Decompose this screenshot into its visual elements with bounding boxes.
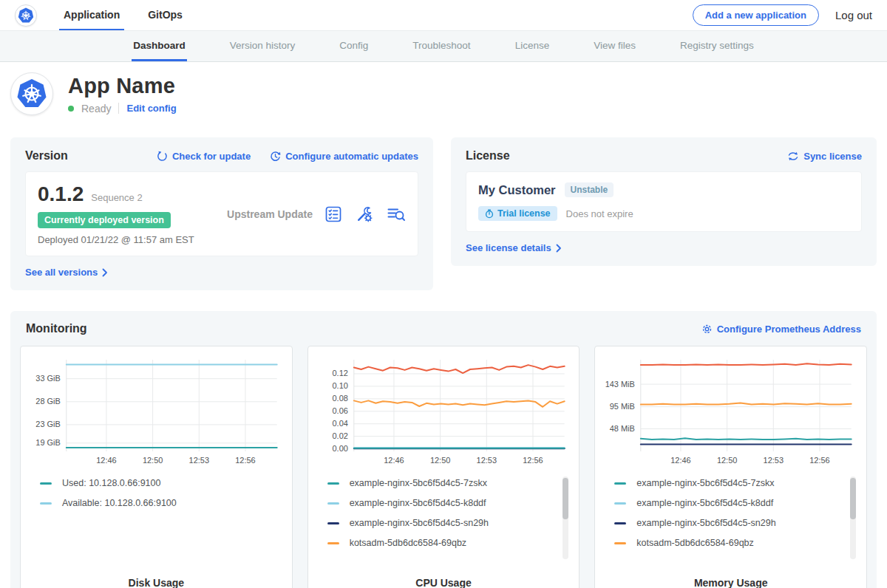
subnav-view-files[interactable]: View files (592, 31, 637, 61)
legend-scrollbar-thumb[interactable] (563, 478, 568, 519)
svg-text:28 GiB: 28 GiB (35, 397, 60, 406)
app-header: App Name Ready Edit config (0, 62, 887, 131)
customer-name: My Customer (478, 183, 556, 197)
view-logs-icon[interactable] (387, 205, 406, 223)
legend-scrollbar[interactable] (563, 476, 568, 559)
config-wrench-icon[interactable] (356, 205, 373, 223)
subnav-troubleshoot[interactable]: Troubleshoot (411, 31, 472, 61)
see-license-details-label: See license details (466, 242, 551, 253)
legend-label: Used: 10.128.0.66:9100 (62, 478, 160, 488)
svg-text:0.00: 0.00 (332, 444, 347, 453)
legend-label: example-nginx-5bc6f5d4c5-7zskx (350, 478, 487, 488)
version-card-title: Version (25, 149, 68, 163)
kubernetes-logo-icon (15, 4, 37, 27)
legend-scrollbar[interactable] (850, 476, 856, 559)
current-version-card: 0.1.2 Sequence 2 Currently deployed vers… (25, 171, 418, 256)
license-card: License Sync license My Cust (451, 137, 877, 266)
brand-logo (15, 0, 37, 30)
legend-swatch-icon (614, 542, 626, 544)
tab-application-label: Application (64, 9, 120, 21)
disk-usage-chart: 19 GiB23 GiB28 GiB33 GiB12:4612:5012:531… (30, 355, 283, 468)
legend-item: example-nginx-5bc6f5d4c5-7zskx (614, 478, 844, 488)
svg-text:23 GiB: 23 GiB (35, 420, 60, 428)
svg-text:12:46: 12:46 (96, 456, 116, 465)
legend-item: example-nginx-5bc6f5d4c5-k8ddf (614, 498, 844, 508)
subnav-config[interactable]: Config (338, 31, 370, 61)
svg-text:0.04: 0.04 (332, 419, 347, 428)
ready-status-dot-icon (68, 106, 74, 112)
sequence-label: Sequence 2 (91, 192, 142, 203)
subnav-license[interactable]: License (514, 31, 551, 61)
legend-label: example-nginx-5bc6f5d4c5-sn29h (636, 518, 775, 528)
check-for-update-label: Check for update (172, 151, 251, 162)
memory-usage-chart: 48 MiB95 MiB143 MiB12:4612:5012:5312:56 (604, 355, 857, 468)
svg-text:33 GiB: 33 GiB (35, 374, 60, 383)
add-application-button[interactable]: Add a new application (693, 4, 819, 26)
svg-text:12:53: 12:53 (476, 456, 496, 465)
legend-item: Used: 10.128.0.66:9100 (40, 478, 270, 488)
svg-text:12:56: 12:56 (523, 456, 543, 465)
preflight-checklist-icon[interactable] (324, 205, 342, 223)
trial-license-label: Trial license (497, 208, 551, 219)
legend-item: example-nginx-5bc6f5d4c5-sn29h (327, 518, 557, 528)
subnav-dashboard[interactable]: Dashboard (132, 31, 187, 61)
cpu-usage-title: CPU Usage (317, 577, 571, 588)
disk-usage-chart-card: 19 GiB23 GiB28 GiB33 GiB12:4612:5012:531… (20, 346, 293, 588)
currently-deployed-badge: Currently deployed version (38, 212, 171, 228)
monitoring-title: Monitoring (26, 322, 87, 335)
disk-usage-legend: Used: 10.128.0.66:9100Available: 10.128.… (30, 474, 283, 572)
charts-row: 19 GiB23 GiB28 GiB33 GiB12:4612:5012:531… (20, 346, 867, 588)
disk-usage-title: Disk Usage (30, 577, 283, 588)
legend-item: example-nginx-5bc6f5d4c5-7zskx (327, 478, 557, 488)
see-license-details-link[interactable]: See license details (466, 242, 562, 253)
legend-label: example-nginx-5bc6f5d4c5-k8ddf (350, 498, 486, 508)
subnav-version-history[interactable]: Version history (228, 31, 297, 61)
expiry-text: Does not expire (566, 208, 633, 219)
svg-text:0.12: 0.12 (332, 369, 347, 377)
svg-text:12:46: 12:46 (384, 456, 404, 465)
upstream-update-label: Upstream Update (215, 208, 324, 220)
memory-usage-legend: example-nginx-5bc6f5d4c5-7zskxexample-ng… (604, 474, 857, 572)
configure-automatic-updates-link[interactable]: Configure automatic updates (270, 151, 418, 162)
legend-label: example-nginx-5bc6f5d4c5-k8ddf (636, 498, 773, 508)
sync-license-label: Sync license (803, 151, 862, 162)
legend-scrollbar-thumb[interactable] (850, 478, 856, 519)
svg-text:12:53: 12:53 (764, 456, 784, 465)
gear-icon (701, 324, 713, 335)
check-for-update-link[interactable]: Check for update (157, 151, 251, 162)
svg-text:48 MiB: 48 MiB (610, 424, 635, 433)
subnav-view-files-label: View files (594, 40, 636, 51)
edit-config-link[interactable]: Edit config (126, 103, 176, 114)
see-all-versions-link[interactable]: See all versions (25, 267, 108, 278)
configure-prometheus-label: Configure Prometheus Address (717, 324, 861, 335)
subnav-registry-settings[interactable]: Registry settings (679, 31, 755, 61)
cards-row: Version Check for update (0, 131, 887, 290)
see-all-versions-label: See all versions (25, 267, 98, 278)
logout-button[interactable]: Log out (835, 9, 872, 21)
configure-prometheus-link[interactable]: Configure Prometheus Address (701, 324, 861, 335)
trial-license-badge: Trial license (478, 206, 557, 221)
configure-automatic-updates-label: Configure automatic updates (285, 151, 418, 162)
subnav-license-label: License (515, 40, 550, 51)
kots-admin-console: Application GitOps Add a new application… (0, 0, 887, 588)
cpu-usage-chart-card: 0.000.020.040.060.080.100.1212:4612:5012… (307, 346, 580, 588)
memory-usage-chart-card: 48 MiB95 MiB143 MiB12:4612:5012:5312:56 … (594, 346, 867, 588)
license-card-title: License (466, 149, 510, 163)
tab-gitops[interactable]: GitOps (143, 0, 187, 30)
legend-swatch-icon (327, 522, 339, 524)
cpu-usage-legend: example-nginx-5bc6f5d4c5-7zskxexample-ng… (317, 474, 571, 572)
legend-label: Available: 10.128.0.66:9100 (62, 498, 177, 508)
legend-swatch-icon (614, 522, 626, 524)
sync-license-link[interactable]: Sync license (787, 151, 862, 162)
legend-swatch-icon (40, 502, 52, 505)
svg-text:0.08: 0.08 (332, 394, 347, 403)
status-badge: Ready (81, 103, 111, 114)
sub-nav: Dashboard Version history Config Trouble… (0, 31, 887, 62)
subnav-config-label: Config (339, 40, 368, 51)
subnav-registry-settings-label: Registry settings (680, 40, 754, 51)
deployed-date: Deployed 01/21/22 @ 11:57 am EST (38, 234, 215, 245)
svg-text:0.10: 0.10 (332, 381, 347, 390)
svg-text:12:50: 12:50 (430, 456, 450, 465)
tab-application[interactable]: Application (59, 0, 124, 30)
chevron-right-icon (556, 244, 562, 253)
